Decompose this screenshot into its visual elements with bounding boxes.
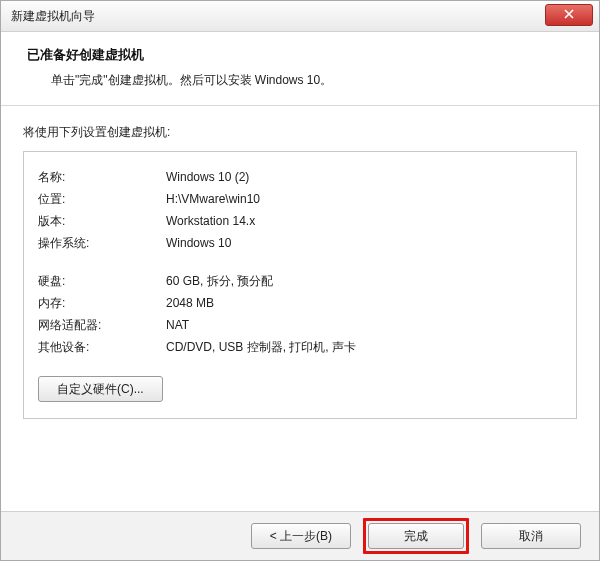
row-memory: 内存: 2048 MB [38, 292, 562, 314]
row-os: 操作系统: Windows 10 [38, 232, 562, 254]
row-other: 其他设备: CD/DVD, USB 控制器, 打印机, 声卡 [38, 336, 562, 358]
label-network: 网络适配器: [38, 314, 166, 336]
row-location: 位置: H:\VMware\win10 [38, 188, 562, 210]
value-location: H:\VMware\win10 [166, 188, 562, 210]
cancel-button[interactable]: 取消 [481, 523, 581, 549]
row-version: 版本: Workstation 14.x [38, 210, 562, 232]
row-network: 网络适配器: NAT [38, 314, 562, 336]
close-button[interactable] [545, 4, 593, 26]
close-icon [564, 8, 574, 22]
finish-highlight-frame: 完成 [363, 518, 469, 554]
label-os: 操作系统: [38, 232, 166, 254]
row-name: 名称: Windows 10 (2) [38, 166, 562, 188]
customize-wrap: 自定义硬件(C)... [38, 376, 562, 402]
label-version: 版本: [38, 210, 166, 232]
row-disk: 硬盘: 60 GB, 拆分, 预分配 [38, 270, 562, 292]
label-memory: 内存: [38, 292, 166, 314]
header-subtitle: 单击"完成"创建虚拟机。然后可以安装 Windows 10。 [27, 72, 573, 89]
titlebar: 新建虚拟机向导 [1, 1, 599, 32]
value-network: NAT [166, 314, 562, 336]
intro-text: 将使用下列设置创建虚拟机: [23, 124, 577, 141]
label-disk: 硬盘: [38, 270, 166, 292]
wizard-body: 将使用下列设置创建虚拟机: 名称: Windows 10 (2) 位置: H:\… [1, 106, 599, 419]
value-memory: 2048 MB [166, 292, 562, 314]
value-disk: 60 GB, 拆分, 预分配 [166, 270, 562, 292]
label-location: 位置: [38, 188, 166, 210]
label-other: 其他设备: [38, 336, 166, 358]
settings-panel: 名称: Windows 10 (2) 位置: H:\VMware\win10 版… [23, 151, 577, 419]
finish-button[interactable]: 完成 [368, 523, 464, 549]
value-name: Windows 10 (2) [166, 166, 562, 188]
wizard-window: 新建虚拟机向导 已准备好创建虚拟机 单击"完成"创建虚拟机。然后可以安装 Win… [0, 0, 600, 561]
window-title: 新建虚拟机向导 [11, 8, 95, 25]
label-name: 名称: [38, 166, 166, 188]
spacer [38, 254, 562, 270]
back-button[interactable]: < 上一步(B) [251, 523, 351, 549]
wizard-header: 已准备好创建虚拟机 单击"完成"创建虚拟机。然后可以安装 Windows 10。 [1, 32, 599, 106]
value-os: Windows 10 [166, 232, 562, 254]
value-other: CD/DVD, USB 控制器, 打印机, 声卡 [166, 336, 562, 358]
header-title: 已准备好创建虚拟机 [27, 46, 573, 64]
customize-hardware-button[interactable]: 自定义硬件(C)... [38, 376, 163, 402]
value-version: Workstation 14.x [166, 210, 562, 232]
wizard-footer: < 上一步(B) 完成 取消 [1, 511, 599, 560]
